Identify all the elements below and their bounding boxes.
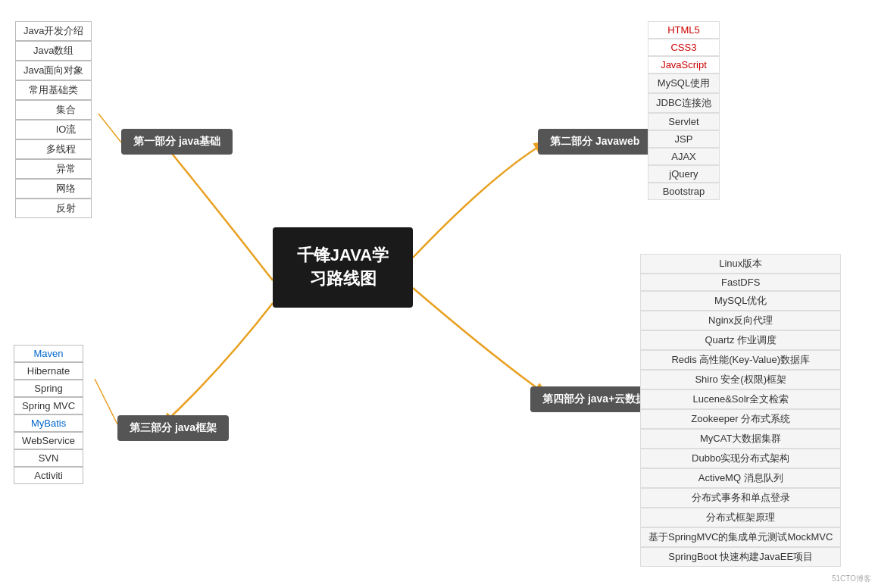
list-item: Java数组 xyxy=(15,41,92,61)
list-item: 异常 xyxy=(15,159,92,179)
svg-line-0 xyxy=(98,114,121,142)
list-item: jQuery xyxy=(648,165,720,183)
list-item: WebService xyxy=(14,432,83,449)
list-item: CSS3 xyxy=(648,39,720,56)
list-item: 集合 xyxy=(15,100,92,120)
list-item: Dubbo实现分布式架构 xyxy=(640,449,841,468)
branch3-label: 第三部分 java框架 xyxy=(117,415,229,441)
branch3-items: Maven Hibernate Spring Spring MVC MyBati… xyxy=(14,345,83,484)
list-item: MyCAT大数据集群 xyxy=(640,429,841,449)
list-item: 分布式框架原理 xyxy=(640,508,841,527)
list-item: JDBC连接池 xyxy=(648,93,720,113)
list-item: Zookeeper 分布式系统 xyxy=(640,409,841,429)
list-item: IO流 xyxy=(15,120,92,139)
list-item: 基于SpringMVC的集成单元测试MockMVC xyxy=(640,527,841,547)
list-item: Java开发介绍 xyxy=(15,21,92,41)
list-item: HTML5 xyxy=(648,21,720,39)
watermark: 51CTO博客 xyxy=(832,574,871,584)
list-item: Maven xyxy=(14,345,83,362)
center-line1: 千锋JAVA学 xyxy=(297,246,389,264)
list-item: Servlet xyxy=(648,113,720,130)
list-item: MyBatis xyxy=(14,414,83,432)
list-item: Shiro 安全(权限)框架 xyxy=(640,370,841,389)
list-item: Nginx反向代理 xyxy=(640,311,841,330)
center-line2: 习路线图 xyxy=(310,269,377,288)
branch4-label: 第四部分 java+云数据 xyxy=(530,386,658,412)
list-item: JSP xyxy=(648,130,720,148)
list-item: AJAX xyxy=(648,148,720,165)
list-item: JavaScript xyxy=(648,56,720,74)
list-item: Bootstrap xyxy=(648,183,720,200)
list-item: MySQL使用 xyxy=(648,74,720,93)
list-item: Quartz 作业调度 xyxy=(640,330,841,350)
branch2-label: 第二部分 Javaweb xyxy=(538,129,652,155)
list-item: Activiti xyxy=(14,467,83,484)
center-node: 千锋JAVA学 习路线图 xyxy=(273,227,413,308)
branch2-items: HTML5 CSS3 JavaScript MySQL使用 JDBC连接池 Se… xyxy=(648,21,720,200)
branch4-items: Linux版本 FastDFS MySQL优化 Nginx反向代理 Quartz… xyxy=(640,254,841,567)
list-item: Redis 高性能(Key-Value)数据库 xyxy=(640,350,841,370)
list-item: 多线程 xyxy=(15,139,92,159)
list-item: MySQL优化 xyxy=(640,291,841,311)
list-item: Lucene&Solr全文检索 xyxy=(640,389,841,409)
svg-line-1 xyxy=(95,379,117,424)
branch1-label: 第一部分 java基础 xyxy=(121,129,233,155)
list-item: 网络 xyxy=(15,179,92,199)
list-item: 常用基础类 xyxy=(15,80,92,100)
list-item: ActiveMQ 消息队列 xyxy=(640,468,841,488)
branch1-items: Java开发介绍 Java数组 Java面向对象 常用基础类 集合 IO流 多线… xyxy=(15,21,92,218)
list-item: 反射 xyxy=(15,199,92,218)
list-item: SVN xyxy=(14,449,83,467)
list-item: SpringBoot 快速构建JavaEE项目 xyxy=(640,547,841,567)
list-item: Spring MVC xyxy=(14,397,83,414)
list-item: Linux版本 xyxy=(640,254,841,274)
list-item: Java面向对象 xyxy=(15,61,92,80)
list-item: Hibernate xyxy=(14,362,83,380)
list-item: FastDFS xyxy=(640,274,841,291)
list-item: Spring xyxy=(14,380,83,397)
list-item: 分布式事务和单点登录 xyxy=(640,488,841,508)
